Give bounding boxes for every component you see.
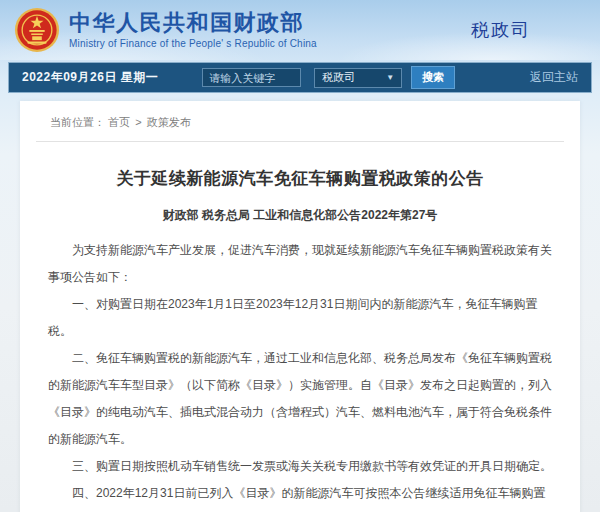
national-emblem-icon bbox=[14, 7, 60, 53]
breadcrumb-separator: > bbox=[135, 116, 141, 128]
search-scope-value: 税政司 bbox=[322, 70, 355, 85]
breadcrumb-home-link[interactable]: 首页 bbox=[108, 116, 130, 128]
article-paragraph: 二、免征车辆购置税的新能源汽车，通过工业和信息化部、税务总局发布《免征车辆购置税… bbox=[48, 345, 552, 453]
return-home-link[interactable]: 返回主站 bbox=[530, 69, 578, 86]
article-paragraph: 四、2022年12月31日前已列入《目录》的新能源汽车可按照本公告继续适用免征车… bbox=[48, 480, 552, 512]
breadcrumb-section-link[interactable]: 政策发布 bbox=[147, 116, 191, 128]
breadcrumb-label: 当前位置： bbox=[50, 116, 105, 128]
article-title: 关于延续新能源汽车免征车辆购置税政策的公告 bbox=[48, 167, 552, 190]
content-panel: 当前位置： 首页 > 政策发布 关于延续新能源汽车免征车辆购置税政策的公告 财政… bbox=[20, 101, 580, 512]
site-title-en: Ministry of Finance of the People' s Rep… bbox=[69, 38, 317, 49]
site-header: 中华人民共和国财政部 Ministry of Finance of the Pe… bbox=[0, 0, 600, 60]
current-date: 2022年09月26日 星期一 bbox=[22, 69, 158, 86]
article-paragraph: 为支持新能源汽车产业发展，促进汽车消费，现就延续新能源汽车免征车辆购置税政策有关… bbox=[48, 237, 552, 291]
site-titles: 中华人民共和国财政部 Ministry of Finance of the Pe… bbox=[69, 11, 317, 49]
chevron-down-icon: ▼ bbox=[386, 73, 394, 82]
article-paragraph: 一、对购置日期在2023年1月1日至2023年12月31日期间内的新能源汽车，免… bbox=[48, 291, 552, 345]
search-scope-dropdown[interactable]: 税政司 ▼ bbox=[314, 68, 402, 88]
site-title-cn: 中华人民共和国财政部 bbox=[69, 11, 317, 35]
search-input[interactable] bbox=[202, 68, 301, 87]
search-button[interactable]: 搜索 bbox=[411, 66, 455, 89]
article-doc-number: 财政部 税务总局 工业和信息化部公告2022年第27号 bbox=[48, 207, 552, 224]
department-name: 税政司 bbox=[471, 18, 531, 42]
topbar: 2022年09月26日 星期一 税政司 ▼ 搜索 返回主站 bbox=[8, 62, 592, 93]
article-paragraph: 三、购置日期按照机动车销售统一发票或海关关税专用缴款书等有效凭证的开具日期确定。 bbox=[48, 453, 552, 480]
article: 关于延续新能源汽车免征车辆购置税政策的公告 财政部 税务总局 工业和信息化部公告… bbox=[36, 167, 564, 512]
article-body: 为支持新能源汽车产业发展，促进汽车消费，现就延续新能源汽车免征车辆购置税政策有关… bbox=[48, 237, 552, 512]
breadcrumb: 当前位置： 首页 > 政策发布 bbox=[36, 109, 564, 142]
